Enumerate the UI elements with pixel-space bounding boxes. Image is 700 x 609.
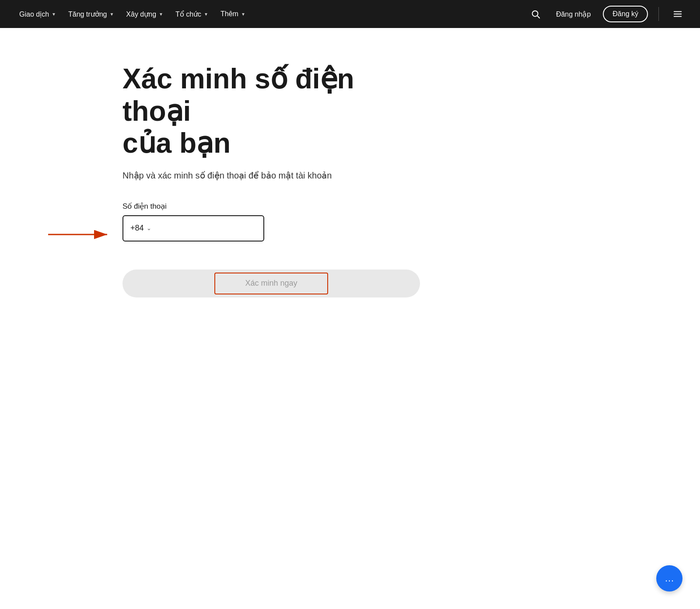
page-title: Xác minh số điện thoại của bạn xyxy=(122,63,429,160)
navbar: Giao dịch▼Tăng trưởng▼Xây dựng▼Tổ chức▼T… xyxy=(0,0,700,28)
verify-button-label: Xác minh ngay xyxy=(245,279,297,287)
nav-item-label: Xây dựng xyxy=(126,10,156,18)
nav-item-label: Tăng trưởng xyxy=(68,10,107,18)
phone-label: Số điện thoại xyxy=(122,202,420,211)
register-button[interactable]: Đăng ký xyxy=(603,6,648,22)
search-button[interactable] xyxy=(527,6,544,22)
svg-line-1 xyxy=(537,16,539,18)
phone-number-input[interactable] xyxy=(155,224,256,233)
verify-button[interactable]: Xác minh ngay xyxy=(122,270,420,298)
login-button[interactable]: Đăng nhập xyxy=(551,7,596,22)
chat-button[interactable]: … xyxy=(656,565,682,592)
nav-item-label: Tổ chức xyxy=(175,10,201,18)
chevron-down-icon: ▼ xyxy=(52,12,56,17)
chat-icon: … xyxy=(665,573,674,584)
chevron-down-icon: ▼ xyxy=(109,12,114,17)
verify-button-wrapper: Xác minh ngay xyxy=(122,270,420,298)
country-code-value: +84 xyxy=(130,224,144,233)
nav-item-tổ-chức[interactable]: Tổ chức▼ xyxy=(170,7,214,22)
main-content: Xác minh số điện thoại của bạn Nhập và x… xyxy=(0,28,700,332)
nav-divider xyxy=(658,7,659,21)
chevron-down-icon: ▼ xyxy=(204,12,208,17)
arrow-annotation xyxy=(48,228,114,243)
form-section: Số điện thoại +84 ⌄ xyxy=(122,202,420,298)
menu-button[interactable] xyxy=(669,6,686,22)
phone-input-row: +84 ⌄ xyxy=(122,215,420,256)
nav-item-label: Thêm xyxy=(220,10,238,18)
nav-item-xây-dựng[interactable]: Xây dựng▼ xyxy=(121,7,168,22)
dropdown-chevron-icon: ⌄ xyxy=(147,225,151,231)
nav-item-giao-dịch[interactable]: Giao dịch▼ xyxy=(14,7,61,22)
nav-item-label: Giao dịch xyxy=(19,10,49,18)
page-subtitle: Nhập và xác minh số điện thoại để bảo mậ… xyxy=(122,170,332,181)
nav-item-thêm[interactable]: Thêm▼ xyxy=(215,7,251,21)
chevron-down-icon: ▼ xyxy=(159,12,163,17)
phone-input-wrapper[interactable]: +84 ⌄ xyxy=(122,215,264,242)
nav-item-tăng-trưởng[interactable]: Tăng trưởng▼ xyxy=(63,7,119,22)
chevron-down-icon: ▼ xyxy=(241,12,245,17)
country-code-selector[interactable]: +84 ⌄ xyxy=(130,224,151,233)
